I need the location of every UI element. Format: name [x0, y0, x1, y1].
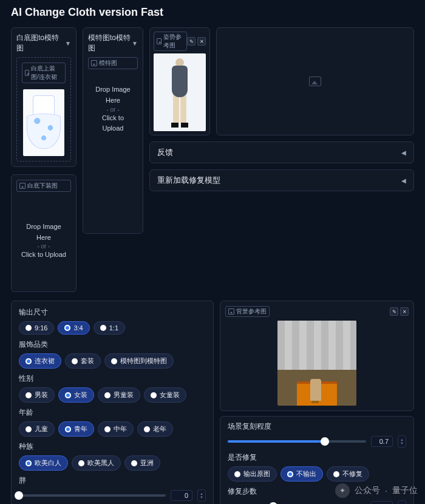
drop-text: Drop Image Here [21, 222, 66, 243]
radio-label: 输出原图 [243, 469, 270, 478]
pose-reference-panel: 姿势参考图 ✎ ✕ [149, 27, 210, 135]
image-icon [228, 308, 234, 315]
radio-option[interactable]: 男童装 [98, 387, 140, 403]
fat-label: 胖 [19, 475, 206, 486]
radio-option[interactable]: 输出原图 [228, 466, 277, 482]
output-preview[interactable] [216, 27, 414, 135]
radio-dot-icon [111, 358, 117, 364]
radio-label: 青年 [74, 424, 87, 434]
radio-dot-icon [72, 358, 78, 364]
radio-label: 套装 [81, 356, 94, 366]
radio-label: 3:4 [73, 324, 83, 332]
race-group: 欧美白人欧美黑人亚洲 [19, 455, 206, 471]
drop-click: Click to Upload [21, 250, 66, 261]
feedback-accordion[interactable]: 反馈 ◀ [149, 141, 414, 163]
model-label: 模特图 [88, 57, 138, 69]
repair-steps-slider[interactable]: 20 ▲▼ [228, 500, 406, 504]
radio-dot-icon [64, 325, 70, 331]
radio-label: 中年 [114, 424, 127, 434]
radio-dot-icon [131, 460, 137, 466]
repair-opt-label: 是否修复 [228, 452, 406, 463]
upload-col2: 模特图to模特图 ▼ 模特图 Drop Image Here - or - Cl… [83, 27, 143, 234]
radio-option[interactable]: 儿童 [19, 421, 55, 437]
radio-option[interactable]: 套装 [65, 353, 101, 369]
radio-label: 欧美黑人 [87, 458, 114, 468]
radio-dot-icon [25, 325, 32, 331]
bg-label: 背景参考图 [225, 306, 270, 317]
upload-col1: 白底图to模特图 ▼ 白底上装图/连衣裙 [11, 27, 76, 167]
radio-label: 男童装 [114, 390, 134, 400]
radio-option[interactable]: 1:1 [93, 321, 125, 335]
radio-dot-icon [65, 426, 71, 432]
upload-top-garment[interactable]: 白底上装图/连衣裙 [16, 57, 71, 162]
feedback-label: 反馈 [157, 147, 173, 158]
radio-option[interactable]: 9:16 [19, 321, 54, 335]
radio-dot-icon [100, 325, 106, 331]
radio-dot-icon [25, 358, 32, 364]
stepper-icon[interactable]: ▲▼ [197, 489, 206, 502]
bg-image[interactable] [277, 321, 356, 406]
radio-option[interactable]: 青年 [58, 421, 94, 437]
fat-slider[interactable]: 0 ▲▼ [19, 489, 206, 502]
radio-dot-icon [151, 392, 157, 398]
chevron-down-icon[interactable]: ▼ [65, 40, 71, 47]
stepper-icon[interactable]: ▲▼ [398, 435, 406, 448]
close-icon[interactable]: ✕ [400, 307, 409, 316]
radio-dot-icon [234, 471, 240, 477]
upload-bottom-label: 白底下装图 [16, 180, 71, 192]
radio-label: 儿童 [35, 424, 48, 434]
scene-copy-label: 场景复刻程度 [228, 421, 406, 432]
pose-label: 姿势参考图 [154, 32, 187, 51]
radio-option[interactable]: 中年 [98, 421, 134, 437]
drop-or: - or - [37, 243, 50, 250]
edit-icon[interactable]: ✎ [390, 307, 398, 316]
radio-option[interactable]: 老年 [137, 421, 173, 437]
radio-option[interactable]: 欧美黑人 [72, 455, 121, 471]
page-title: AI Change Cloth version Fast [11, 6, 414, 19]
chevron-left-icon: ◀ [401, 177, 406, 184]
radio-label: 亚洲 [140, 458, 154, 468]
gender-label: 性别 [19, 373, 206, 384]
repair-steps-label: 修复步数 [228, 486, 406, 497]
radio-option[interactable]: 不修复 [327, 466, 369, 482]
radio-option[interactable]: 模特图到模特图 [104, 353, 174, 369]
image-icon [157, 38, 162, 44]
scene-copy-value: 0.7 [371, 436, 393, 447]
repair-opt-group: 输出原图不输出不修复 [228, 466, 406, 482]
radio-label: 女童装 [160, 390, 180, 400]
pose-image[interactable] [154, 53, 206, 131]
stepper-icon[interactable]: ▲▼ [398, 500, 406, 504]
image-icon [25, 70, 29, 76]
image-icon [19, 183, 25, 189]
reload-label: 重新加载修复模型 [157, 175, 220, 186]
scene-copy-slider[interactable]: 0.7 ▲▼ [228, 435, 406, 448]
edit-icon[interactable]: ✎ [187, 37, 195, 46]
radio-option[interactable]: 亚洲 [124, 455, 160, 471]
radio-label: 不输出 [296, 469, 316, 478]
radio-option[interactable]: 女装 [58, 387, 94, 403]
drop-text: Drop Image Here [93, 84, 133, 106]
radio-option[interactable]: 男装 [19, 387, 55, 403]
dress-thumbnail [23, 89, 64, 156]
chevron-down-icon[interactable]: ▼ [132, 40, 138, 47]
radio-dot-icon [25, 426, 32, 432]
close-icon[interactable]: ✕ [197, 37, 206, 46]
fat-value: 0 [171, 490, 192, 501]
scene-copy-panel: 场景复刻程度 0.7 ▲▼ 是否修复 输出原图不输出不修复 修复步数 20 ▲▼… [220, 416, 414, 504]
upload-top-label: 白底上装图/连衣裙 [22, 63, 66, 83]
radio-option[interactable]: 连衣裙 [19, 353, 61, 369]
age-label: 年龄 [19, 407, 206, 418]
radio-option[interactable]: 3:4 [58, 321, 89, 335]
radio-option[interactable]: 女童装 [144, 387, 186, 403]
radio-label: 欧美白人 [35, 458, 61, 468]
drop-click: Click to Upload [93, 113, 133, 134]
radio-option[interactable]: 欧美白人 [19, 455, 68, 471]
reload-accordion[interactable]: 重新加载修复模型 ◀ [149, 169, 414, 191]
upload-model-image[interactable]: Drop Image Here - or - Click to Upload [88, 73, 138, 146]
drop-or: - or - [106, 106, 119, 113]
upload-bottom-garment[interactable]: Drop Image Here - or - Click to Upload [16, 196, 71, 287]
radio-dot-icon [333, 471, 339, 477]
radio-option[interactable]: 不输出 [280, 466, 323, 482]
left-settings-panel: 输出尺寸 9:163:41:1 服饰品类 连衣裙套装模特图到模特图 性别 男装女… [11, 301, 214, 504]
out-size-group: 9:163:41:1 [19, 321, 206, 335]
